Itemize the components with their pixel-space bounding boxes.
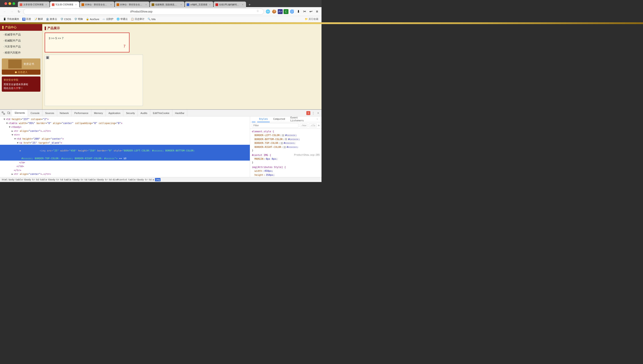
devtools-close-icon[interactable]: × bbox=[316, 111, 320, 115]
color-swatch-2[interactable] bbox=[285, 138, 287, 140]
styles-pseudo-button[interactable]: :hov bbox=[300, 124, 307, 127]
window-minimize-btn[interactable] bbox=[9, 2, 11, 5]
color-swatch-1[interactable] bbox=[282, 134, 284, 136]
breadcrumb-table-5[interactable]: table bbox=[128, 178, 136, 181]
device-toggle-icon[interactable] bbox=[6, 111, 11, 116]
devtools-tab-memory[interactable]: Memory bbox=[91, 110, 106, 116]
html-line-1[interactable]: ▼ <table width="95%" border="0" align="c… bbox=[0, 121, 250, 125]
forward-button[interactable]: → bbox=[9, 9, 15, 14]
styles-tab-more[interactable]: › bbox=[314, 116, 320, 122]
bookmark-fofa[interactable]: 🔍 fofa bbox=[146, 17, 157, 21]
tab-close-3[interactable]: × bbox=[109, 3, 113, 6]
tab-1[interactable]: 文章管理-CSDN博客 × bbox=[18, 2, 50, 8]
breadcrumb-td-1[interactable]: td bbox=[36, 178, 39, 181]
address-bar[interactable]: i/ProductShow.asp ☆ bbox=[23, 8, 264, 15]
breadcrumb-div-contxt[interactable]: div#contxt bbox=[113, 178, 127, 181]
html-arrow-5[interactable]: ▼ bbox=[14, 137, 17, 141]
breadcrumb-tr-2[interactable]: tr bbox=[56, 178, 59, 181]
breadcrumb-tr-1[interactable]: tr bbox=[32, 178, 35, 181]
html-line-5[interactable]: ▼ <td height="200" align="center"> bbox=[0, 137, 250, 141]
bookmark-more[interactable]: 📁 其它收藏 bbox=[303, 17, 320, 21]
html-line-11[interactable]: ▶ <tr align="center">…</tr> bbox=[0, 172, 250, 176]
devtools-tab-elements[interactable]: Elements bbox=[12, 110, 28, 116]
devtools-tab-application[interactable]: Application bbox=[106, 110, 123, 116]
color-swatch-4[interactable] bbox=[283, 146, 286, 148]
breadcrumb-table-3[interactable]: table bbox=[64, 178, 72, 181]
breadcrumb-table-2[interactable]: table bbox=[40, 178, 47, 181]
new-tab-button[interactable]: + bbox=[246, 2, 253, 8]
tab-close-1[interactable]: × bbox=[45, 3, 48, 6]
tab-close-2[interactable]: × bbox=[74, 3, 78, 6]
devtools-tab-network[interactable]: Network bbox=[57, 110, 72, 116]
tab-4[interactable]: 封神台 - 掌控安全在线... × bbox=[115, 2, 149, 8]
html-arrow-2[interactable]: ▼ bbox=[9, 125, 11, 129]
window-maximize-btn[interactable] bbox=[13, 2, 15, 5]
devtools-more-icon[interactable]: ⋮ bbox=[311, 111, 315, 115]
bookmark-huatong[interactable]: 🌐 华通云 bbox=[115, 17, 129, 21]
breadcrumb-tbody-5[interactable]: tbody bbox=[136, 178, 144, 181]
color-swatch-3[interactable] bbox=[281, 142, 283, 144]
sidebar-item-2[interactable]: 汽车零件产品 bbox=[0, 44, 42, 50]
extension-icon-3[interactable]: 🌀 bbox=[289, 9, 295, 14]
breadcrumb-tr-5[interactable]: tr bbox=[145, 178, 148, 181]
bookmark-baidu[interactable]: 百 百度 bbox=[21, 17, 32, 21]
extension-icon-2[interactable]: C bbox=[283, 9, 288, 14]
devtools-tab-performance[interactable]: Performance bbox=[72, 110, 91, 116]
styles-cls-button[interactable]: .cls bbox=[309, 124, 316, 127]
breadcrumb-html[interactable]: html bbox=[2, 178, 8, 181]
html-arrow-0[interactable]: ▼ bbox=[4, 117, 6, 121]
bookmark-star-icon[interactable]: ☆ bbox=[256, 9, 261, 14]
breadcrumb-tbody-4[interactable]: tbody bbox=[97, 178, 104, 181]
tab-close-4[interactable]: × bbox=[144, 3, 148, 6]
breadcrumb-tr-3[interactable]: tr bbox=[81, 178, 84, 181]
html-arrow-selected[interactable]: ▶ bbox=[20, 149, 22, 153]
sidebar-item-0[interactable]: 机械零件产品 bbox=[0, 32, 42, 38]
html-line-10[interactable]: </tr> bbox=[0, 168, 250, 172]
reload-button[interactable]: ↻ bbox=[16, 9, 22, 14]
bookmark-mingyu[interactable]: 🛡️ 明御 bbox=[73, 17, 84, 21]
html-line-0[interactable]: ▼ <td height="237" colspan="2"> bbox=[0, 117, 250, 121]
back-button[interactable]: ← bbox=[2, 9, 8, 14]
breadcrumb-table-1[interactable]: table bbox=[16, 178, 23, 181]
html-line-selected[interactable]: ▶ <img src="25" width="450" height="350"… bbox=[0, 145, 250, 156]
bookmark-yunfanghu[interactable]: ☁️ 云防护 bbox=[101, 17, 115, 21]
html-line-9[interactable]: </td> bbox=[0, 164, 250, 168]
styles-source-contxt[interactable]: ProductShow.asp:285 bbox=[294, 154, 320, 156]
tab-close-5[interactable]: × bbox=[179, 3, 183, 6]
styles-tab-computed[interactable]: Computed bbox=[271, 116, 287, 122]
bookmark-gov[interactable]: 🏛️ 政务云 bbox=[45, 17, 59, 21]
breadcrumb-tbody-1[interactable]: tbody bbox=[24, 178, 31, 181]
bookmark-log[interactable]: 📋 日志审计 bbox=[130, 17, 146, 21]
devtools-tab-console[interactable]: Console bbox=[28, 110, 43, 116]
devtools-close-badge[interactable]: 1 bbox=[306, 111, 310, 115]
bookmark-csos[interactable]: 🛡️ CSOS bbox=[59, 17, 72, 21]
chrome-more-icon[interactable]: ≡ bbox=[314, 9, 320, 14]
bookmark-acesure[interactable]: 🔒 AceSure bbox=[85, 17, 101, 21]
breadcrumb-td-2[interactable]: td bbox=[60, 178, 63, 181]
breadcrumb-tr-4[interactable]: tr bbox=[105, 178, 108, 181]
breadcrumb-tbody-3[interactable]: tbody bbox=[72, 178, 80, 181]
devtools-tab-audits[interactable]: Audits bbox=[138, 110, 150, 116]
sidebar-item-3[interactable]: 精密汽车配件 bbox=[0, 50, 42, 56]
devtools-tab-hackbar[interactable]: HackBar bbox=[172, 110, 187, 116]
html-line-6[interactable]: ▼ <a href="25" target="_blank"> bbox=[0, 141, 250, 145]
html-line-4[interactable]: ▼ <tr> bbox=[0, 133, 250, 137]
html-line-8[interactable]: </a> bbox=[0, 160, 250, 164]
breadcrumb-td-5[interactable]: td bbox=[149, 178, 152, 181]
breadcrumb-a[interactable]: a bbox=[152, 178, 154, 181]
devtools-tab-editthiscookie[interactable]: EditThisCookie bbox=[150, 110, 172, 116]
tab-3[interactable]: 封神台 · 掌控安全在线... × bbox=[80, 2, 114, 8]
breadcrumb-td-3[interactable]: td bbox=[84, 178, 87, 181]
bookmark-mobile[interactable]: 📱 手机收藏夹 bbox=[2, 17, 21, 21]
devtools-tab-sources[interactable]: Sources bbox=[43, 110, 57, 116]
html-arrow-1[interactable]: ▼ bbox=[6, 121, 9, 125]
html-arrow-3[interactable]: ▶ bbox=[12, 129, 14, 133]
breadcrumb-body[interactable]: body bbox=[9, 178, 15, 181]
html-line-2[interactable]: ▼ <tbody> bbox=[0, 125, 250, 129]
sidebar-item-1[interactable]: 机械配件产品 bbox=[0, 38, 42, 44]
tab-5[interactable]: 福建雕塑, 脱胎漆器,摆... × bbox=[150, 2, 184, 8]
tab-2[interactable]: 写文章-CSDN博客 × bbox=[50, 2, 80, 8]
tab-7[interactable]: 在线URL编码解码工具 × bbox=[214, 2, 246, 8]
extensions-icon[interactable]: 🌐 bbox=[265, 9, 271, 14]
window-close-btn[interactable] bbox=[5, 2, 7, 5]
